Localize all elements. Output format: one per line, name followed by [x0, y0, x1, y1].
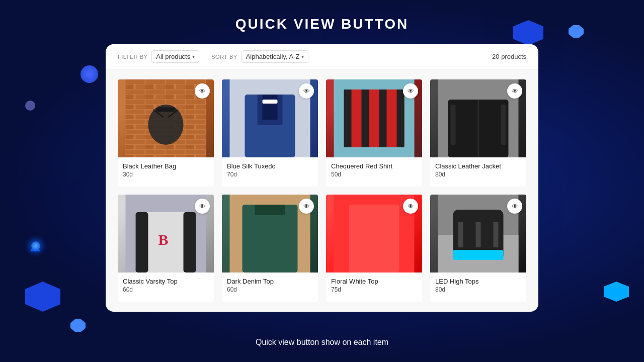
- product-name-5: Classic Varsity Top: [123, 278, 209, 285]
- product-card-4[interactable]: 👁Classic Leather Jacket80d: [430, 79, 526, 187]
- svg-rect-13: [263, 95, 278, 120]
- product-price-3: 50d: [331, 171, 417, 178]
- product-name-1: Black Leather Bag: [123, 162, 209, 170]
- eye-icon: 👁: [408, 87, 414, 95]
- svg-rect-38: [255, 205, 285, 215]
- svg-rect-7: [156, 107, 176, 112]
- glow-dot-1: [31, 241, 40, 250]
- decor-gem-2: [569, 25, 584, 38]
- quick-view-button-5[interactable]: 👁: [195, 199, 210, 214]
- svg-rect-36: [243, 205, 298, 273]
- product-card-5[interactable]: B 👁Classic Varsity Top60d: [118, 195, 214, 302]
- product-info-1: Black Leather Bag30d: [118, 157, 214, 182]
- quick-view-button-8[interactable]: 👁: [507, 199, 522, 214]
- product-grid: 👁Black Leather Bag30d 👁Blue Silk Tuxedo7…: [106, 69, 538, 312]
- product-card-8[interactable]: 👁LED High Tops80d: [430, 195, 526, 302]
- product-name-8: LED High Tops: [435, 278, 521, 285]
- decor-gem-4: [70, 319, 86, 332]
- product-price-8: 80d: [435, 286, 521, 293]
- product-image-wrapper-7: 👁: [326, 195, 422, 273]
- product-image-wrapper-1: 👁: [118, 79, 214, 157]
- svg-rect-46: [453, 250, 504, 260]
- quick-view-button-1[interactable]: 👁: [195, 83, 210, 99]
- product-name-2: Blue Silk Tuxedo: [227, 162, 313, 170]
- product-card-6[interactable]: 👁Dark Denim Top60d: [222, 195, 318, 302]
- product-info-6: Dark Denim Top60d: [222, 273, 318, 297]
- products-count: 20 products: [492, 53, 526, 60]
- svg-rect-17: [344, 89, 405, 147]
- filter-by-label: FILTER BY: [118, 54, 147, 60]
- product-name-6: Dark Denim Top: [227, 278, 313, 285]
- product-image-wrapper-8: 👁: [430, 195, 526, 273]
- svg-rect-47: [458, 222, 463, 247]
- svg-rect-48: [476, 222, 481, 247]
- filter-by-select[interactable]: All products ▾: [151, 50, 199, 63]
- quick-view-button-7[interactable]: 👁: [403, 199, 418, 214]
- eye-icon: 👁: [303, 203, 310, 210]
- svg-text:B: B: [158, 231, 168, 248]
- quick-view-button-2[interactable]: 👁: [299, 83, 314, 99]
- product-info-5: Classic Varsity Top60d: [118, 273, 214, 297]
- sort-by-label: SORT BY: [211, 54, 237, 60]
- quick-view-button-3[interactable]: 👁: [403, 83, 418, 99]
- product-price-2: 70d: [227, 171, 313, 178]
- eye-icon: 👁: [408, 203, 414, 210]
- product-info-4: Classic Leather Jacket80d: [430, 157, 526, 182]
- svg-rect-18: [344, 89, 352, 147]
- svg-rect-26: [451, 105, 456, 145]
- product-info-2: Blue Silk Tuxedo70d: [222, 157, 318, 182]
- sort-by-chevron-icon: ▾: [301, 54, 304, 59]
- main-card: FILTER BY All products ▾ SORT BY Alphabe…: [106, 44, 538, 312]
- decor-planet: [80, 65, 98, 83]
- product-info-7: Floral White Top75d: [326, 273, 422, 297]
- eye-icon: 👁: [512, 203, 518, 210]
- product-image-wrapper-4: 👁: [430, 79, 526, 157]
- product-name-4: Classic Leather Jacket: [435, 162, 521, 170]
- svg-rect-31: [136, 212, 148, 273]
- svg-rect-27: [501, 105, 506, 145]
- product-price-4: 80d: [435, 171, 521, 178]
- eye-icon: 👁: [199, 203, 206, 210]
- product-price-5: 60d: [123, 286, 209, 293]
- svg-rect-21: [397, 89, 405, 147]
- svg-rect-15: [263, 100, 278, 104]
- eye-icon: 👁: [199, 87, 206, 95]
- product-name-7: Floral White Top: [331, 278, 417, 285]
- product-card-3[interactable]: 👁Chequered Red Shirt50d: [326, 79, 422, 187]
- filter-by-chevron-icon: ▾: [192, 54, 195, 59]
- product-card-7[interactable]: 👁Floral White Top75d: [326, 195, 422, 302]
- svg-rect-49: [494, 222, 499, 247]
- sort-by-select[interactable]: Alphabetically, A-Z ▾: [242, 50, 309, 63]
- sort-by-value: Alphabetically, A-Z: [246, 53, 300, 60]
- product-info-8: LED High Tops80d: [430, 273, 526, 297]
- product-image-wrapper-2: 👁: [222, 79, 318, 157]
- product-image-wrapper-5: B 👁: [118, 195, 214, 273]
- decor-dot-1: [25, 101, 35, 111]
- quick-view-button-4[interactable]: 👁: [507, 83, 522, 99]
- subtitle: Quick view button show on each item: [256, 338, 388, 347]
- svg-rect-40: [349, 205, 399, 273]
- page-title: QUICK VIEW BUTTON: [235, 16, 409, 32]
- svg-rect-20: [379, 89, 387, 147]
- eye-icon: 👁: [303, 87, 310, 95]
- product-price-7: 75d: [331, 286, 417, 293]
- product-card-1[interactable]: 👁Black Leather Bag30d: [118, 79, 214, 187]
- product-card-2[interactable]: 👁Blue Silk Tuxedo70d: [222, 79, 318, 187]
- svg-rect-19: [362, 89, 369, 147]
- product-price-6: 60d: [227, 286, 313, 293]
- filter-by-value: All products: [156, 53, 190, 60]
- filter-bar: FILTER BY All products ▾ SORT BY Alphabe…: [106, 44, 538, 69]
- product-name-3: Chequered Red Shirt: [331, 162, 417, 170]
- svg-rect-32: [184, 212, 196, 273]
- quick-view-button-6[interactable]: 👁: [299, 199, 314, 214]
- product-image-wrapper-3: 👁: [326, 79, 422, 157]
- eye-icon: 👁: [512, 87, 518, 95]
- product-image-wrapper-6: 👁: [222, 195, 318, 273]
- product-price-1: 30d: [123, 171, 209, 178]
- product-info-3: Chequered Red Shirt50d: [326, 157, 422, 182]
